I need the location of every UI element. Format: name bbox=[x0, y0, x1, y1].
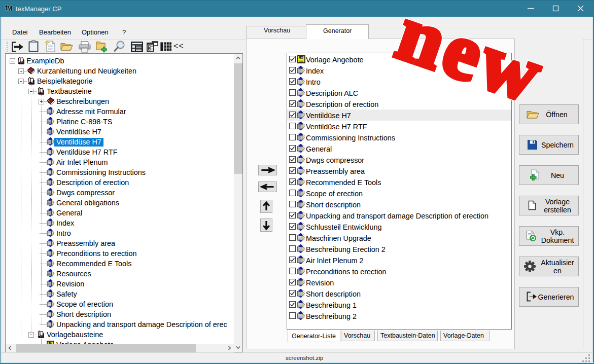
svg-text:new: new bbox=[387, 0, 555, 120]
